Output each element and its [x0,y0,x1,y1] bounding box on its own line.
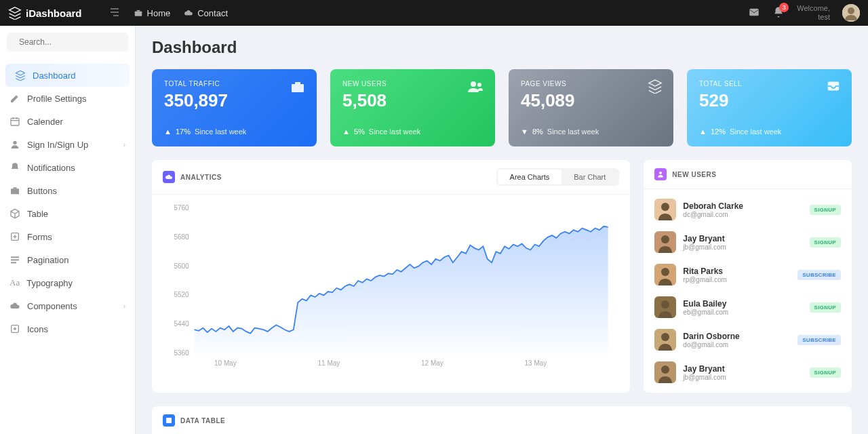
user-icon [654,168,667,180]
user-email: jb@gmail.com [683,374,802,381]
svg-rect-15 [11,189,19,194]
cube-icon [9,208,20,219]
stat-label: NEW USERS [342,80,483,87]
analytics-chart: 53605440552056005680576010 May11 May12 M… [152,195,630,378]
user-row[interactable]: Jay Bryant jb@gmail.com SIGNUP [654,226,841,258]
svg-rect-19 [11,256,19,258]
user-name: Rita Parks [683,267,791,276]
sidebar-item-dashboard[interactable]: Dashboard [5,64,130,87]
svg-point-39 [661,203,669,211]
sidebar-item-icons[interactable]: Icons [0,317,135,340]
svg-point-37 [659,172,662,174]
mail-icon[interactable] [748,6,760,20]
stat-traffic[interactable]: TOTAL TRAFFIC 350,897 ▲17%Since last wee… [152,69,317,146]
svg-point-25 [477,83,481,87]
sidebar-search [0,26,135,58]
sidebar-item-table[interactable]: Table [0,202,135,225]
stat-value: 350,897 [164,90,304,111]
sidebar-item-notifications[interactable]: Notifications [0,156,135,179]
table-icon [163,414,175,427]
up-icon: ▲ [164,127,172,136]
topbar-right: 3 Welcome, test [748,4,860,22]
user-name: Jay Bryant [683,234,802,243]
panel-title: NEW USERS [672,171,716,178]
sidebar-nav: Dashboard Profile Settings Calender Sign… [0,64,135,340]
sidebar-item-buttons[interactable]: Buttons [0,179,135,202]
user-row[interactable]: Deborah Clarke dc@gmail.com SIGNUP [654,193,841,226]
user-email: do@gmail.com [683,341,791,349]
stat-newusers[interactable]: NEW USERS 5,508 ▲5%Since last week [330,69,495,146]
briefcase-icon [134,8,143,18]
app-name: iDashboard [26,7,82,19]
user-avatar [654,329,676,351]
user-tag: SIGNUP [810,368,841,378]
list-icon [9,254,20,265]
panel-title: DATA TABLE [180,417,225,425]
user-avatar [654,199,676,220]
sidebar-item-signin[interactable]: Sign In/Sign Up › [0,133,135,156]
up-icon: ▲ [342,127,350,136]
stat-totalsell[interactable]: TOTAL SELL 529 ▲12%Since last week [687,69,852,146]
newusers-panel: NEW USERS Deborah Clarke dc@gmail.com SI… [644,160,852,393]
user-info: Deborah Clarke dc@gmail.com [683,201,802,218]
svg-text:13 May: 13 May [525,359,547,367]
stat-value: 5,508 [342,90,483,111]
sidebar-item-profile[interactable]: Profile Settings [0,87,135,110]
svg-text:5760: 5760 [174,204,189,212]
user-row[interactable]: Darin Osborne do@gmail.com SUBSCRIBE [654,323,841,356]
user-email: rp@gmail.com [683,276,791,283]
sidebar-item-label: Calender [27,117,63,127]
user-row[interactable]: Jay Bryant jb@gmail.com SIGNUP [654,356,841,389]
sidebar-item-typography[interactable]: Aa Typography [0,271,135,294]
user-avatar[interactable] [842,4,860,22]
sidebar-item-label: Components [27,301,77,311]
notification-badge: 3 [779,3,789,12]
user-tag: SIGNUP [810,302,841,313]
menu-toggle-icon[interactable] [109,7,120,19]
user-row[interactable]: Eula Bailey eb@gmail.com SIGNUP [654,291,841,323]
user-avatar [654,264,676,285]
inbox-icon [826,79,841,96]
user-info: Jay Bryant jb@gmail.com [683,234,802,251]
sidebar-item-forms[interactable]: Forms [0,225,135,248]
svg-point-6 [848,7,854,14]
analytics-panel: ANALYTICS Area Charts Bar Chart 53605440… [152,160,630,393]
stat-pageviews[interactable]: PAGE VIEWS 45,089 ▼8%Since last week [509,69,673,146]
svg-text:5360: 5360 [174,349,189,357]
sidebar-item-calendar[interactable]: Calender [0,110,135,133]
svg-rect-10 [11,118,19,125]
sidebar-item-label: Icons [27,324,48,334]
search-input[interactable] [19,37,121,47]
welcome-text: Welcome, test [797,4,830,22]
svg-text:5440: 5440 [174,320,189,328]
stat-label: TOTAL SELL [699,80,840,87]
user-avatar [654,361,676,383]
user-tag: SIGNUP [810,205,841,215]
svg-text:12 May: 12 May [421,359,443,367]
sidebar-item-components[interactable]: Components › [0,294,135,317]
nav-contact[interactable]: Contact [184,8,228,18]
users-icon [467,79,484,97]
nav-home[interactable]: Home [134,8,171,18]
sidebar-item-label: Sign In/Sign Up [27,140,88,150]
up-icon: ▲ [699,127,707,136]
stat-label: TOTAL TRAFFIC [164,80,304,87]
topbar: iDashboard Home Contact 3 Welcome, test [0,0,868,26]
user-row[interactable]: Rita Parks rp@gmail.com SUBSCRIBE [654,258,841,291]
sidebar-item-pagination[interactable]: Pagination [0,248,135,271]
bell-icon[interactable]: 3 [772,6,785,20]
stat-label: PAGE VIEWS [521,80,661,87]
stats-row: TOTAL TRAFFIC 350,897 ▲17%Since last wee… [152,69,852,146]
panel-title: ANALYTICS [180,174,222,181]
logo[interactable]: iDashboard [8,6,82,20]
svg-rect-3 [134,12,142,16]
chevron-right-icon: › [123,302,125,310]
tab-area[interactable]: Area Charts [498,170,562,184]
layers-icon [15,70,26,81]
cloud-icon [184,8,193,18]
tab-bar[interactable]: Bar Chart [561,170,618,184]
cloud-icon [163,171,175,183]
datatable-panel: DATA TABLE 15 of 31 ‹ › Small button ▾ C… [152,406,852,434]
svg-point-41 [661,235,669,243]
sidebar-item-label: Table [27,209,48,219]
